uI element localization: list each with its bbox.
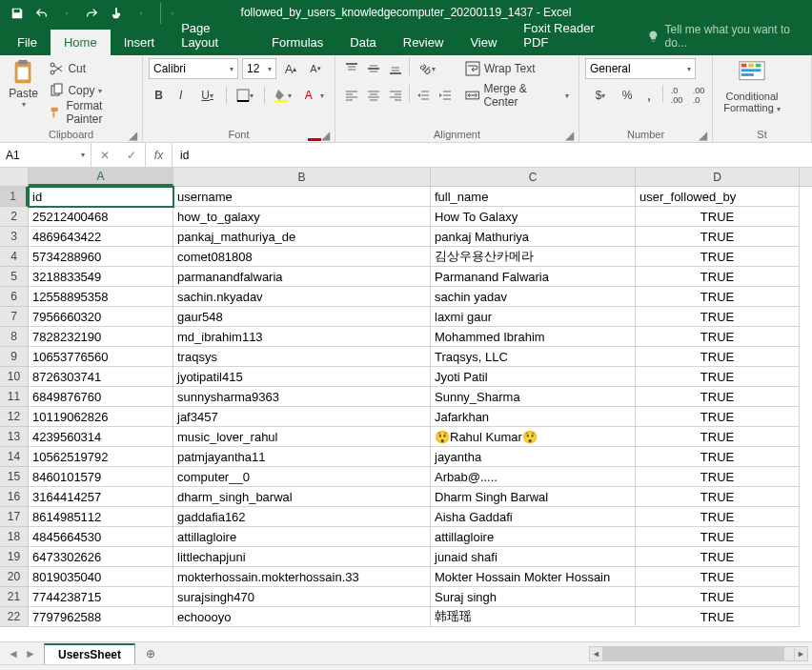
save-icon[interactable]	[6, 3, 29, 24]
cell[interactable]: 4239560314	[29, 427, 173, 447]
underline-button[interactable]: U ▾	[193, 85, 222, 106]
cell[interactable]: attillagloire	[173, 527, 431, 547]
font-size-combo[interactable]: 12▾	[242, 58, 276, 79]
touch-dropdown[interactable]: ▾	[130, 3, 152, 24]
font-color-button[interactable]: A▾	[299, 85, 329, 106]
accounting-format-icon[interactable]: $ ▾	[585, 85, 616, 106]
cell[interactable]: 7956660320	[29, 307, 173, 327]
row-header[interactable]: 16	[0, 487, 28, 507]
tab-file[interactable]: File	[4, 30, 51, 55]
cell[interactable]: patmjayantha11	[173, 447, 431, 467]
cell[interactable]: gaddafia162	[173, 507, 431, 527]
cell[interactable]: 10653776560	[29, 347, 173, 367]
cell[interactable]: 10119062826	[29, 407, 173, 427]
tab-home[interactable]: Home	[51, 30, 111, 55]
row-header[interactable]: 5	[0, 267, 28, 287]
row-header[interactable]: 7	[0, 307, 28, 327]
row-header[interactable]: 22	[0, 607, 28, 627]
cells-area[interactable]: idusernamefull_nameuser_followed_by25212…	[29, 187, 812, 641]
scroll-thumb[interactable]	[603, 647, 784, 660]
col-header-C[interactable]: C	[431, 168, 636, 186]
cell[interactable]: 😲Rahul Kumar😲	[431, 427, 636, 447]
cell[interactable]: 10562519792	[29, 447, 173, 467]
cell[interactable]: TRUE	[636, 347, 800, 367]
cell[interactable]: TRUE	[636, 327, 800, 347]
align-right-icon[interactable]	[385, 85, 406, 106]
row-header[interactable]: 14	[0, 447, 28, 467]
tab-pagelayout[interactable]: Page Layout	[168, 15, 258, 55]
cell[interactable]: TRUE	[636, 367, 800, 387]
cell[interactable]: Traqsys, LLC	[431, 347, 636, 367]
row-header[interactable]: 6	[0, 287, 28, 307]
cell[interactable]: TRUE	[636, 607, 800, 627]
comma-format-icon[interactable]: ,	[639, 85, 660, 106]
row-header[interactable]: 2	[0, 207, 28, 227]
cell[interactable]: sachin.nkyadav	[173, 287, 431, 307]
tab-foxit[interactable]: Foxit Reader PDF	[510, 15, 627, 55]
cell[interactable]: echoooyo	[173, 607, 431, 627]
clipboard-launcher-icon[interactable]: ◢	[129, 129, 140, 140]
horizontal-scrollbar[interactable]: ◄ ►	[589, 646, 808, 661]
tell-me-search[interactable]: Tell me what you want to do...	[638, 17, 812, 55]
cell[interactable]: Aisha Gaddafi	[431, 507, 636, 527]
decrease-indent-icon[interactable]	[413, 85, 434, 106]
cell[interactable]: TRUE	[636, 307, 800, 327]
cell[interactable]: TRUE	[636, 507, 800, 527]
increase-font-icon[interactable]: A▴	[280, 58, 301, 79]
cell[interactable]: Jafarkhan	[431, 407, 636, 427]
tab-view[interactable]: View	[457, 30, 510, 55]
row-header[interactable]: 21	[0, 587, 28, 607]
row-header[interactable]: 3	[0, 227, 28, 247]
paste-button[interactable]: Paste ▾	[6, 58, 41, 127]
cell[interactable]: TRUE	[636, 527, 800, 547]
cell[interactable]: Dharm Singh Barwal	[431, 487, 636, 507]
cut-button[interactable]: Cut	[45, 58, 136, 79]
undo-dropdown[interactable]: ▾	[55, 3, 78, 24]
col-header-B[interactable]: B	[173, 168, 431, 186]
font-launcher-icon[interactable]: ◢	[321, 129, 333, 140]
sheet-nav-prev-icon[interactable]: ◄	[6, 647, 21, 660]
cell[interactable]: 6473302626	[29, 547, 173, 567]
formula-input[interactable]	[173, 143, 812, 167]
fill-color-button[interactable]: ▾	[269, 85, 298, 106]
cell[interactable]: TRUE	[636, 267, 800, 287]
touch-mode-icon[interactable]	[105, 3, 128, 24]
cell[interactable]: How To Galaxy	[431, 207, 636, 227]
percent-format-icon[interactable]: %	[617, 85, 638, 106]
cell[interactable]: 8614985112	[29, 507, 173, 527]
cell[interactable]: jaf3457	[173, 407, 431, 427]
cell[interactable]: 4869643422	[29, 227, 173, 247]
cell[interactable]: TRUE	[636, 467, 800, 487]
align-middle-icon[interactable]	[363, 58, 384, 79]
align-center-icon[interactable]	[363, 85, 384, 106]
merge-center-button[interactable]: Merge & Center ▾	[461, 85, 573, 106]
cell[interactable]: how_to_galaxy	[173, 207, 431, 227]
cell[interactable]: parmanandfalwaria	[173, 267, 431, 287]
cell[interactable]: md_ibrahim113	[173, 327, 431, 347]
cell[interactable]: Jyoti Patil	[431, 367, 636, 387]
row-header[interactable]: 19	[0, 547, 28, 567]
bold-button[interactable]: B	[149, 85, 169, 106]
italic-button[interactable]: I	[171, 85, 191, 106]
cell[interactable]: 8726303741	[29, 367, 173, 387]
redo-icon[interactable]	[80, 3, 103, 24]
cell[interactable]: TRUE	[636, 227, 800, 247]
row-header[interactable]: 8	[0, 327, 28, 347]
row-header[interactable]: 4	[0, 247, 28, 267]
cell[interactable]: TRUE	[636, 547, 800, 567]
cell[interactable]: 韩瑶瑶	[431, 607, 636, 627]
cell[interactable]: dharm_singh_barwal	[173, 487, 431, 507]
cell[interactable]: 4845664530	[29, 527, 173, 547]
cell[interactable]: 3164414257	[29, 487, 173, 507]
row-header[interactable]: 1	[0, 187, 28, 207]
cell[interactable]: TRUE	[636, 387, 800, 407]
tab-review[interactable]: Review	[390, 30, 457, 55]
chevron-down-icon[interactable]: ▾	[81, 151, 85, 159]
border-button[interactable]: ▾	[231, 85, 260, 106]
wrap-text-button[interactable]: Wrap Text	[461, 58, 573, 79]
cell[interactable]: laxmi gaur	[431, 307, 636, 327]
number-format-combo[interactable]: General▾	[585, 58, 696, 79]
cell[interactable]: 3218833549	[29, 267, 173, 287]
cell[interactable]: 7797962588	[29, 607, 173, 627]
format-painter-button[interactable]: Format Painter	[45, 102, 136, 123]
